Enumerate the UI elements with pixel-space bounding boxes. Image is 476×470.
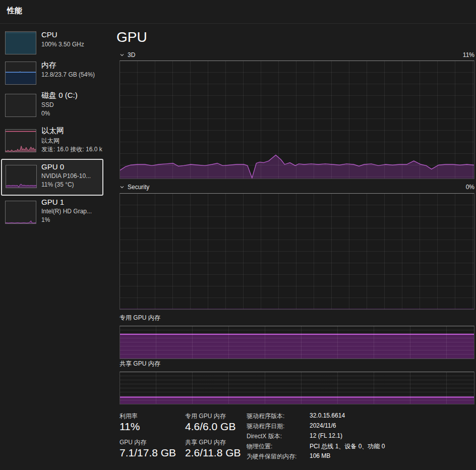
driver-version-value: 32.0.15.6614 <box>310 412 345 419</box>
dedicated-memory-stat-label: 专用 GPU 内存 <box>185 412 226 421</box>
sidebar-item-title: 内存 <box>41 61 56 70</box>
sidebar-item-title: CPU <box>41 30 57 39</box>
sidebar-item-subtitle: Intel(R) HD Grap... <box>41 208 92 215</box>
gpu-security-utilization-chart <box>120 193 474 310</box>
sidebar-item-subtitle2: 发送: 16.0 接收: 16.0 k <box>41 145 102 154</box>
gpu1-mini-chart <box>5 201 36 224</box>
driver-date-label: 驱动程序日期: <box>247 422 308 431</box>
section-header-security: Security 0% <box>120 184 474 192</box>
gpu-memory-stat-label: GPU 内存 <box>120 438 146 447</box>
sidebar-item-subtitle: 100% 3.50 GHz <box>41 41 84 48</box>
gpu-page-title: GPU <box>116 29 147 45</box>
sidebar-item-subtitle: 12.8/23.7 GB (54%) <box>41 71 95 78</box>
driver-date-value: 2024/11/6 <box>310 422 336 429</box>
cpu-mini-chart <box>5 31 36 54</box>
shared-memory-stat-value: 2.6/11.8 GB <box>185 447 241 459</box>
sidebar-item-title: GPU 1 <box>41 198 64 206</box>
sidebar-item-subtitle2: 11% (35 °C) <box>41 181 74 188</box>
page-title: 性能 <box>7 6 22 16</box>
gpu-memory-stat-value: 7.1/17.8 GB <box>120 447 176 459</box>
sidebar-item-subtitle2: 0% <box>41 110 50 117</box>
utilization-stat-label: 利用率 <box>120 412 138 421</box>
sidebar-item-subtitle: NVIDIA P106-10... <box>41 172 91 180</box>
section-security-label: Security <box>128 184 149 191</box>
sidebar-item-subtitle: 以太网 <box>41 137 60 145</box>
dedicated-gpu-memory-chart <box>120 326 474 359</box>
sidebar-item-title: 磁盘 0 (C:) <box>41 91 78 100</box>
hardware-reserved-memory-label: 为硬件保留的内存: <box>247 452 308 461</box>
sidebar-item-subtitle2: 1% <box>41 216 50 223</box>
section-security-percent: 0% <box>466 184 474 191</box>
section-3d-label: 3D <box>128 51 135 58</box>
sidebar-item-subtitle: SSD <box>41 101 54 108</box>
header-divider <box>0 23 476 24</box>
hardware-reserved-memory-value: 106 MB <box>310 452 330 459</box>
gpu-3d-utilization-chart <box>120 61 474 179</box>
disk-mini-chart <box>5 94 36 117</box>
dedicated-gpu-memory-label: 专用 GPU 内存 <box>120 314 160 322</box>
physical-location-value: PCI 总线 1、设备 0、功能 0 <box>310 442 385 451</box>
sidebar-item-title: GPU 0 <box>41 162 64 171</box>
section-3d-percent: 11% <box>463 51 474 58</box>
driver-version-label: 驱动程序版本: <box>247 412 308 421</box>
gpu0-mini-chart <box>6 165 37 188</box>
memory-mini-chart <box>5 62 36 85</box>
section-header-3d: 3D 11% <box>120 51 474 60</box>
shared-gpu-memory-chart <box>120 372 474 404</box>
shared-gpu-memory-label: 共享 GPU 内存 <box>120 360 160 368</box>
sidebar-item-title: 以太网 <box>41 126 64 136</box>
physical-location-label: 物理位置: <box>247 442 308 451</box>
task-manager-performance-page: 性能 CPU 100% 3.50 GHz 内存 12.8/23.7 GB (54… <box>0 0 476 470</box>
chevron-down-icon <box>120 185 125 190</box>
section-security-toggle[interactable]: Security <box>120 184 149 191</box>
directx-version-value: 12 (FL 12.1) <box>310 432 342 439</box>
directx-version-label: DirectX 版本: <box>247 432 308 441</box>
utilization-stat-value: 11% <box>120 421 140 433</box>
chevron-down-icon <box>120 52 125 57</box>
dedicated-memory-stat-value: 4.6/6.0 GB <box>185 421 235 433</box>
section-3d-toggle[interactable]: 3D <box>120 51 135 58</box>
shared-memory-stat-label: 共享 GPU 内存 <box>185 438 226 447</box>
ethernet-mini-chart <box>5 129 36 152</box>
